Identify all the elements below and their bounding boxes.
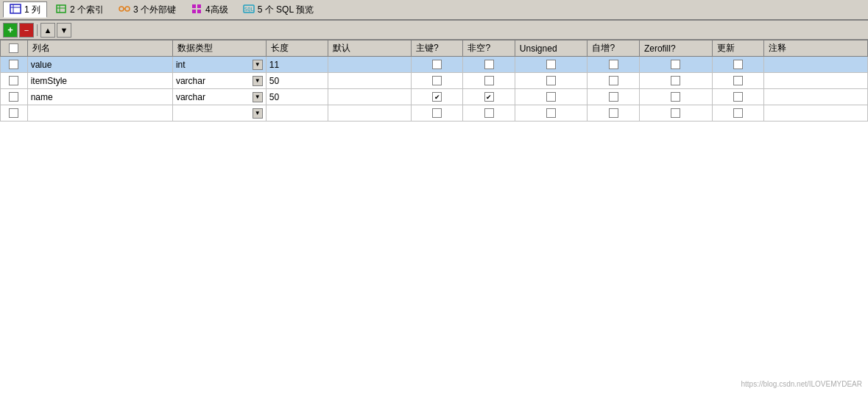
row-default-cell[interactable]: [328, 105, 412, 122]
table-row: itemStylevarchar▼50: [1, 73, 868, 89]
header-col-autoincr: 自增?: [588, 41, 639, 57]
tab-bar: 1 列 2 个索引 3 个外部键: [0, 0, 868, 21]
pk-checkbox[interactable]: [432, 60, 442, 69]
row-comment-cell[interactable]: [764, 105, 868, 122]
row-length-cell[interactable]: 50: [266, 73, 328, 89]
row-update-cell: [712, 105, 763, 122]
pk-checkbox[interactable]: [432, 92, 442, 102]
tab-columns[interactable]: 1 列: [3, 1, 47, 18]
row-zerofill-cell: [639, 105, 712, 122]
tab-columns-label: 1 列: [24, 4, 40, 16]
notnull-checkbox[interactable]: [484, 108, 494, 118]
row-comment-cell[interactable]: [764, 73, 868, 89]
row-default-cell[interactable]: [328, 89, 412, 105]
pk-checkbox[interactable]: [432, 76, 442, 85]
index-icon: [55, 3, 67, 17]
svg-point-6: [119, 7, 124, 11]
update-checkbox[interactable]: [733, 60, 743, 69]
zerofill-checkbox[interactable]: [671, 60, 680, 69]
row-default-cell[interactable]: [328, 57, 412, 73]
row-comment-cell[interactable]: [764, 89, 868, 105]
row-type-cell[interactable]: ▼: [172, 105, 266, 122]
row-length-cell[interactable]: 50: [266, 89, 328, 105]
autoincr-checkbox[interactable]: [609, 60, 618, 69]
row-pk-cell: [411, 89, 462, 105]
row-select-checkbox[interactable]: [9, 108, 18, 118]
row-checkbox-cell: [1, 89, 28, 105]
table-row: namevarchar▼50: [1, 89, 868, 105]
row-length-cell[interactable]: [266, 105, 328, 122]
autoincr-checkbox[interactable]: [609, 76, 618, 85]
row-select-checkbox[interactable]: [9, 92, 18, 102]
row-name-cell[interactable]: name: [27, 89, 172, 105]
notnull-checkbox[interactable]: [484, 76, 494, 85]
row-notnull-cell: [463, 105, 515, 122]
type-dropdown[interactable]: ▼: [253, 92, 263, 102]
tab-advanced-label: 4高级: [205, 4, 228, 16]
update-checkbox[interactable]: [733, 76, 743, 85]
tab-sql[interactable]: SQL 5 个 SQL 预览: [236, 1, 320, 18]
row-type-cell[interactable]: varchar▼: [172, 73, 266, 89]
zerofill-checkbox[interactable]: [671, 92, 680, 102]
row-notnull-cell: [463, 73, 515, 89]
update-checkbox[interactable]: [733, 108, 743, 118]
row-name-cell[interactable]: itemStyle: [27, 73, 172, 89]
update-checkbox[interactable]: [733, 92, 743, 102]
row-comment-cell[interactable]: [764, 57, 868, 73]
zerofill-checkbox[interactable]: [671, 108, 680, 118]
row-default-cell[interactable]: [328, 73, 412, 89]
row-autoincr-cell: [588, 89, 639, 105]
header-col-default: 默认: [328, 41, 412, 57]
tab-indexes-label: 2 个索引: [70, 4, 104, 16]
table-row: valueint▼11: [1, 57, 868, 73]
notnull-checkbox[interactable]: [484, 60, 494, 69]
tab-fk[interactable]: 3 个外部键: [112, 1, 183, 18]
pk-checkbox[interactable]: [432, 108, 442, 118]
table-row: ▼: [1, 105, 868, 122]
row-type-cell[interactable]: varchar▼: [172, 89, 266, 105]
row-type-cell[interactable]: int▼: [172, 57, 266, 73]
row-unsigned-cell: [515, 57, 588, 73]
autoincr-checkbox[interactable]: [609, 108, 618, 118]
row-unsigned-cell: [515, 73, 588, 89]
row-select-checkbox[interactable]: [9, 60, 18, 69]
tab-indexes[interactable]: 2 个索引: [49, 1, 110, 18]
unsigned-checkbox[interactable]: [546, 108, 556, 118]
remove-row-button[interactable]: −: [19, 23, 34, 38]
main-content: 列名 数据类型 长度 默认 主键? 非空? Unsigned 自增? Zerof…: [0, 40, 868, 394]
type-dropdown[interactable]: ▼: [253, 108, 263, 119]
move-up-button[interactable]: ▲: [40, 23, 55, 38]
advanced-icon: [191, 3, 202, 17]
tab-advanced[interactable]: 4高级: [184, 1, 235, 18]
type-dropdown[interactable]: ▼: [253, 76, 263, 86]
row-length-cell[interactable]: 11: [266, 57, 328, 73]
row-notnull-cell: [463, 57, 515, 73]
row-zerofill-cell: [639, 89, 712, 105]
move-down-button[interactable]: ▼: [57, 23, 71, 38]
type-dropdown[interactable]: ▼: [253, 60, 263, 70]
tab-sql-label: 5 个 SQL 预览: [258, 4, 314, 16]
columns-table: 列名 数据类型 长度 默认 主键? 非空? Unsigned 自增? Zerof…: [0, 40, 868, 122]
row-name-cell[interactable]: [27, 105, 172, 122]
zerofill-checkbox[interactable]: [671, 76, 680, 85]
add-row-button[interactable]: +: [3, 23, 18, 38]
svg-rect-11: [192, 10, 196, 13]
row-notnull-cell: [463, 89, 515, 105]
header-col-update: 更新: [712, 41, 763, 57]
header-col-unsigned: Unsigned: [515, 41, 588, 57]
unsigned-checkbox[interactable]: [546, 92, 556, 102]
notnull-checkbox[interactable]: [484, 92, 494, 102]
row-autoincr-cell: [588, 57, 639, 73]
header-checkbox[interactable]: [9, 43, 18, 53]
unsigned-checkbox[interactable]: [546, 76, 556, 85]
unsigned-checkbox[interactable]: [546, 60, 556, 69]
header-checkbox-col: [1, 41, 28, 57]
row-name-cell[interactable]: value: [27, 57, 172, 73]
autoincr-checkbox[interactable]: [609, 92, 618, 102]
watermark: https://blog.csdn.net/ILOVEMYDEAR: [741, 380, 862, 388]
svg-text:SQL: SQL: [244, 7, 254, 13]
header-col-type: 数据类型: [172, 41, 266, 57]
svg-point-7: [125, 7, 130, 11]
row-select-checkbox[interactable]: [9, 76, 18, 85]
columns-icon: [10, 3, 21, 17]
